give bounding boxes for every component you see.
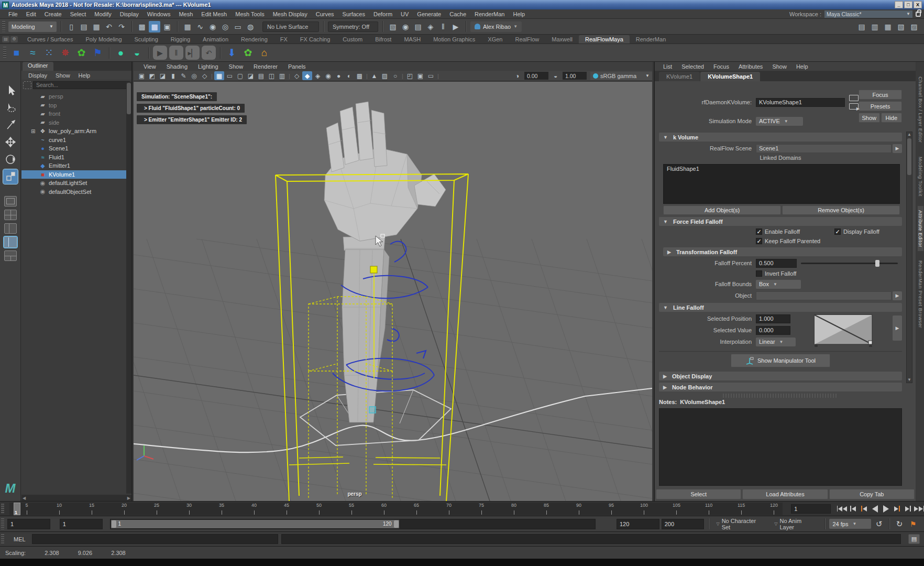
outliner-item-emitter1[interactable]: ◆Emitter1 [21,161,131,170]
anim-snapshot-icon[interactable]: ↻ [894,519,905,529]
snap-viewplane-icon[interactable]: ▭ [232,21,244,32]
rf-reset-icon[interactable]: ↶ [202,46,216,60]
shelf-tab-rigging[interactable]: Rigging [164,35,196,43]
gamma-field[interactable]: 1.00 [563,72,587,80]
select-object-icon[interactable]: ▦ [149,21,160,32]
sidebar-toolsettings-icon[interactable]: ▥ [869,21,881,32]
shelf-tab-sculpting[interactable]: Sculpting [128,35,164,43]
sidebar-tab-channel-box-layer-editor[interactable]: Channel Box / Layer Editor [918,72,923,147]
shelf-options-icon[interactable]: ⚙ [10,36,18,42]
selected-value-field[interactable]: 0.000 [756,326,790,335]
snap-pixel-icon[interactable]: ▣ [415,71,425,80]
shelf-tab-realflow[interactable]: RealFlow [509,35,545,43]
rf-export-splash-icon[interactable]: ✿ [241,46,255,60]
lasso-tool[interactable] [3,100,18,115]
image-plane-icon[interactable]: ▭ [426,71,436,80]
ae-menu-show[interactable]: Show [768,63,791,70]
play-backwards-button[interactable] [870,504,880,514]
shelf-tab-mash[interactable]: MASH [398,35,427,43]
step-back-frame-button[interactable] [848,504,858,514]
shelf-tab-motion-graphics[interactable]: Motion Graphics [427,35,481,43]
select-component-icon[interactable]: ▣ [161,21,173,32]
command-language-toggle[interactable]: MEL [8,536,29,542]
linked-domains-list[interactable]: FluidShape1 [663,164,900,204]
layout-hypergraph[interactable] [4,251,17,261]
pause-viewport-icon[interactable]: ‖ [437,21,449,32]
workspace-dropdown[interactable]: Maya Classic*▼ [824,10,912,18]
exposure-field[interactable]: 0.00 [524,72,548,80]
rf-import-icon[interactable]: ⬇ [225,46,239,60]
menu-mesh-tools[interactable]: Mesh Tools [231,11,268,17]
snap-projected-icon[interactable]: ◎ [219,21,231,32]
sidebar-tab-renderman-preset-browser[interactable]: RenderMan Preset Browser [918,256,923,332]
textured-icon[interactable]: ◈ [313,71,323,80]
colorspace-dropdown[interactable]: sRGB gamma ▼ [590,72,652,80]
script-editor-icon[interactable]: ▤ [908,534,920,544]
falloff-percent-slider[interactable] [801,263,898,264]
shelf-tab-maxwell[interactable]: Maxwell [545,35,579,43]
playback-start-field[interactable]: 1 [60,519,103,529]
step-forward-frame-button[interactable] [903,504,913,514]
section-object-display[interactable]: ▶Object Display [659,372,902,380]
outliner-menu-help[interactable]: Help [75,72,94,79]
outliner-menu-display[interactable]: Display [25,72,51,79]
outliner-item-top[interactable]: ▰top [21,101,131,110]
scene-connect-button[interactable]: ▶ [893,144,902,153]
lock-workspace-icon[interactable] [916,12,921,17]
rf-emitter-icon[interactable]: ✵ [58,46,72,60]
object-connect-button[interactable]: ▶ [893,291,902,300]
antialias-icon[interactable]: ▩ [355,71,365,80]
rf-fluid-icon[interactable]: ≈ [26,46,40,60]
redo-icon[interactable]: ↷ [116,21,127,32]
range-slider-handle[interactable]: 1 120 [111,520,399,528]
timeline-track[interactable]: 1 51015202530354045505560657075808590951… [9,503,783,515]
resolution-gate-icon[interactable]: ▢ [235,71,245,80]
section-force-field-falloff[interactable]: ▼Force Field Falloff [659,217,902,226]
menu-edit-mesh[interactable]: Edit Mesh [197,11,231,17]
safe-action-icon[interactable]: ◫ [267,71,277,80]
menu-deform[interactable]: Deform [369,11,397,17]
viewport-menu-shading[interactable]: Shading [162,63,192,70]
menu-curves[interactable]: Curves [312,11,338,17]
gripper[interactable] [2,21,5,31]
playback-loop-icon[interactable]: ↺ [873,519,885,529]
step-forward-key-button[interactable] [892,504,902,514]
hypershade-icon[interactable]: ◈ [425,21,436,32]
node-name-field[interactable]: KVolumeShape1 [756,98,845,107]
sidebar-tab-attribute-editor[interactable]: Attribute Editor [918,206,923,252]
viewport-menu-view[interactable]: View [139,63,161,70]
anim-layer-dropdown[interactable]: ▽No Anim Layer [771,519,820,529]
menu-cache[interactable]: Cache [445,11,470,17]
shelf-tab-realflowmaya[interactable]: RealFlowMaya [579,35,630,43]
outliner-vertical-scrollbar[interactable] [126,82,131,494]
ramp-expand-button[interactable]: ▶ [893,315,902,341]
viewport-3d-canvas[interactable]: Simulation: "SceneShape1":> Fluid "Fluid… [134,82,652,501]
invert-falloff-checkbox[interactable]: Invert Falloff [756,270,796,277]
outliner-item-defaultlightset[interactable]: ◉defaultLightSet [21,179,131,188]
make-live-icon[interactable]: ◍ [245,21,256,32]
outliner-item-defaultobjectset[interactable]: ◉defaultObjectSet [21,188,131,197]
focus-button[interactable]: Focus [859,90,902,100]
character-set-dropdown[interactable]: ▽No Character Set [713,519,769,529]
symmetry-field[interactable]: Symmetry: Off [328,21,378,32]
realflow-scene-field[interactable]: Scene1 [756,144,892,153]
live-surface-field[interactable]: No Live Surface [262,21,319,32]
copy-tab-button[interactable]: Copy Tab [829,489,915,499]
ae-menu-selected[interactable]: Selected [677,63,708,70]
safe-title-icon[interactable]: ▥ [277,71,287,80]
pin-node-icon[interactable]: ▶ [849,103,859,110]
gamma-icon[interactable]: ◒ [551,71,560,80]
gripper[interactable] [1,504,4,514]
anim-end-field[interactable]: 200 [662,519,705,529]
gripper[interactable] [3,47,6,59]
gripper[interactable] [1,534,4,544]
sidebar-layers-icon[interactable]: ▨ [908,21,920,32]
gripper[interactable] [1,518,4,529]
shelf-tab-xgen[interactable]: XGen [481,35,509,43]
menu-renderman[interactable]: RenderMan [470,11,509,17]
outliner-item-kvolume1[interactable]: ■KVolume1 [21,170,131,179]
lock-camera-icon[interactable]: ◩ [147,71,157,80]
open-scene-icon[interactable]: ▤ [78,21,90,32]
menu-uv[interactable]: UV [397,11,413,17]
play-icon[interactable]: ▶ [450,21,461,32]
